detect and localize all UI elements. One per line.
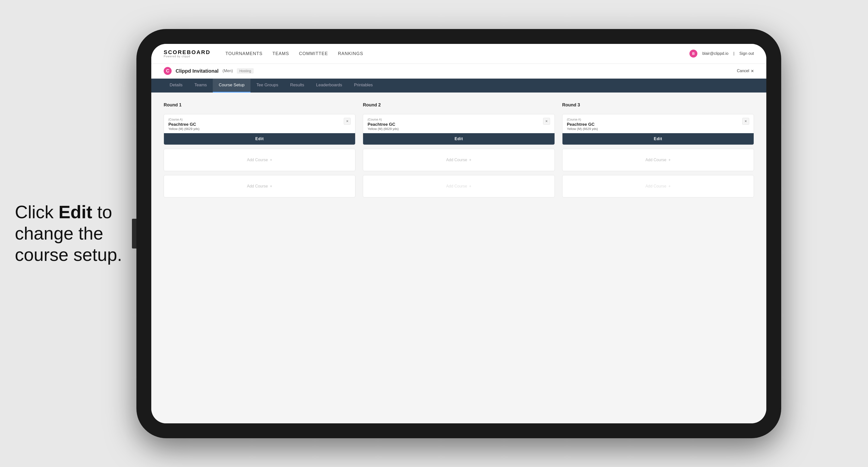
round-1-delete-button[interactable]: × [344,118,351,125]
round-2-add-course-2: Add Course + [363,175,555,197]
round-3-add-course-text-1: Add Course + [645,158,671,162]
nav-left: SCOREBOARD Powered by clippd TOURNAMENTS… [164,50,363,58]
round-1-course-label: (Course A) [168,118,199,121]
round-3-edit-button[interactable]: Edit [562,133,754,145]
add-icon-1: + [270,158,272,162]
round-1-course-header: (Course A) Peachtree GC Yellow (M) (6629… [164,114,355,133]
clip-logo-icon: C [164,67,172,75]
round-3-column: Round 3 (Course A) Peachtree GC Yellow (… [562,102,754,197]
round-3-add-course-1[interactable]: Add Course + [562,149,754,171]
nav-committee[interactable]: COMMITTEE [299,51,328,56]
delete-icon-2: × [545,119,548,124]
round-1-course-card: (Course A) Peachtree GC Yellow (M) (6629… [164,114,355,145]
round-2-course-name: Peachtree GC [368,122,399,127]
round-2-add-course-text-2: Add Course + [446,184,471,188]
tournament-left: C Clippd Invitational (Men) Hosting [164,67,254,75]
round-1-title: Round 1 [164,102,355,107]
add-icon-6: + [669,184,671,188]
pipe-divider: | [733,51,734,56]
round-3-course-info: (Course A) Peachtree GC Yellow (M) (6629… [567,118,598,131]
nav-right: B blair@clippd.io | Sign out [689,50,754,58]
user-email: blair@clippd.io [702,51,728,56]
top-nav: SCOREBOARD Powered by clippd TOURNAMENTS… [151,44,766,64]
round-1-add-course-text-1: Add Course + [247,158,272,162]
nav-links: TOURNAMENTS TEAMS COMMITTEE RANKINGS [225,51,363,56]
logo-text: SCOREBOARD [164,50,211,55]
round-3-add-course-2: Add Course + [562,175,754,197]
round-3-course-name: Peachtree GC [567,122,598,127]
round-2-course-info: (Course A) Peachtree GC Yellow (M) (6629… [368,118,399,131]
tab-details[interactable]: Details [164,79,188,93]
round-3-add-course-text-2: Add Course + [645,184,671,188]
add-icon-5: + [669,158,671,162]
round-1-course-details: Yellow (M) (6629 yds) [168,127,199,131]
delete-icon: × [346,119,348,124]
cancel-icon: ✕ [751,69,754,73]
round-2-delete-button[interactable]: × [543,118,550,125]
tablet-side-button [132,219,136,249]
round-3-course-card: (Course A) Peachtree GC Yellow (M) (6629… [562,114,754,145]
logo-area: SCOREBOARD Powered by clippd [164,50,211,58]
tab-printables[interactable]: Printables [348,79,379,93]
add-icon-4: + [469,184,471,188]
nav-rankings[interactable]: RANKINGS [338,51,363,56]
logo-subtext: Powered by clippd [164,55,211,58]
round-2-title: Round 2 [363,102,555,107]
round-1-column: Round 1 (Course A) Peachtree GC Yellow (… [164,102,355,197]
round-2-course-label: (Course A) [368,118,399,121]
round-1-course-name: Peachtree GC [168,122,199,127]
hosting-badge: Hosting [237,68,253,74]
screen: SCOREBOARD Powered by clippd TOURNAMENTS… [151,44,766,423]
sign-out-link[interactable]: Sign out [739,51,754,56]
round-2-add-course-text-1: Add Course + [446,158,471,162]
round-2-edit-button[interactable]: Edit [363,133,554,145]
cancel-button[interactable]: Cancel ✕ [737,69,754,73]
nav-teams[interactable]: TEAMS [273,51,289,56]
round-2-add-course-1[interactable]: Add Course + [363,149,555,171]
round-3-course-details: Yellow (M) (6629 yds) [567,127,598,131]
round-3-course-label: (Course A) [567,118,598,121]
round-1-course-info: (Course A) Peachtree GC Yellow (M) (6629… [168,118,199,131]
tab-course-setup[interactable]: Course Setup [213,79,250,93]
round-2-course-card: (Course A) Peachtree GC Yellow (M) (6629… [363,114,555,145]
round-3-title: Round 3 [562,102,754,107]
round-3-course-header: (Course A) Peachtree GC Yellow (M) (6629… [562,114,754,133]
round-2-course-details: Yellow (M) (6629 yds) [368,127,399,131]
user-avatar: B [689,50,698,58]
nav-tournaments[interactable]: TOURNAMENTS [225,51,262,56]
cancel-label: Cancel [737,69,749,73]
tournament-gender: (Men) [222,69,233,73]
tab-results[interactable]: Results [284,79,310,93]
rounds-container: Round 1 (Course A) Peachtree GC Yellow (… [164,102,754,197]
round-3-delete-button[interactable]: × [742,118,749,125]
tab-tee-groups[interactable]: Tee Groups [250,79,284,93]
instruction-bold: Edit [59,202,92,222]
main-content: Round 1 (Course A) Peachtree GC Yellow (… [151,93,766,423]
round-2-column: Round 2 (Course A) Peachtree GC Yellow (… [363,102,555,197]
delete-icon-3: × [744,119,747,124]
round-2-course-header: (Course A) Peachtree GC Yellow (M) (6629… [363,114,554,133]
add-icon-3: + [469,158,471,162]
tournament-name: Clippd Invitational [176,68,218,74]
sub-nav: Details Teams Course Setup Tee Groups Re… [151,79,766,93]
round-1-add-course-text-2: Add Course + [247,184,272,188]
tab-teams[interactable]: Teams [188,79,213,93]
add-icon-2: + [270,184,272,188]
instruction-prefix: Click [15,202,59,222]
round-1-edit-button[interactable]: Edit [164,133,355,145]
tournament-header: C Clippd Invitational (Men) Hosting Canc… [151,64,766,79]
tab-leaderboards[interactable]: Leaderboards [310,79,348,93]
round-1-add-course-1[interactable]: Add Course + [164,149,355,171]
tablet-device: SCOREBOARD Powered by clippd TOURNAMENTS… [136,29,781,438]
round-1-add-course-2[interactable]: Add Course + [164,175,355,197]
